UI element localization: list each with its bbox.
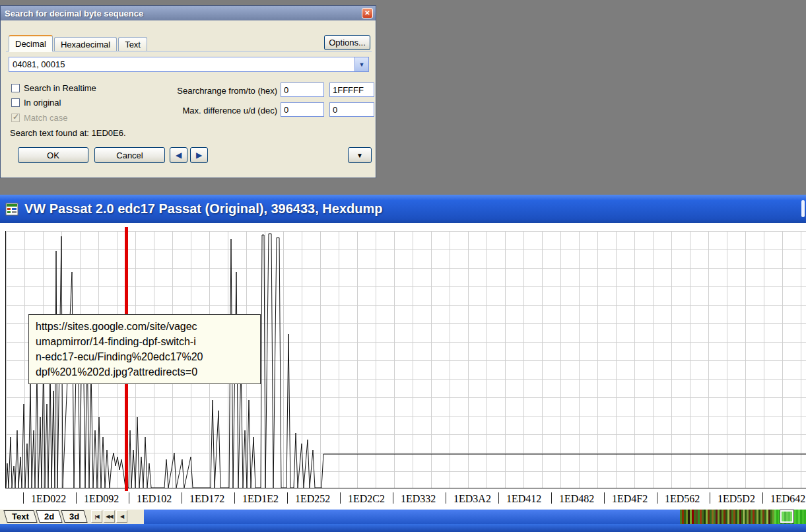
combo-dropdown-icon[interactable]: ▼ — [354, 57, 368, 71]
axis-tick — [129, 492, 129, 504]
tab-decimal[interactable]: Decimal — [9, 35, 53, 51]
axis-tick — [340, 492, 341, 504]
nav-buttons: |◀ ◀◀ ◀ — [91, 510, 127, 523]
axis-tick — [287, 492, 288, 504]
axis-tick — [446, 492, 446, 504]
tab-text[interactable]: Text — [3, 510, 37, 523]
axis-label: 1ED252 — [295, 493, 330, 505]
tab-panel-edge — [6, 51, 372, 52]
axis-label: 1ED2C2 — [348, 493, 385, 505]
axis-tick — [657, 492, 657, 504]
axis-tick — [498, 492, 499, 504]
matchcase-checkbox[interactable] — [11, 114, 20, 122]
realtime-checkbox[interactable] — [11, 84, 20, 92]
maxdiff-label: Max. difference u/d (dec) — [149, 106, 277, 116]
maxdiff-field-1[interactable] — [281, 102, 324, 117]
window-icon — [5, 203, 18, 216]
search-input[interactable] — [9, 57, 354, 71]
tab-hexadecimal-label: Hexadecimal — [61, 40, 110, 50]
find-next-button[interactable]: ▶ — [190, 147, 208, 163]
checkbox-row-matchcase: Match case — [11, 113, 67, 123]
ok-button[interactable]: OK — [18, 147, 88, 163]
axis-tick — [762, 492, 763, 504]
tab-3d[interactable]: 3d — [61, 510, 88, 523]
checkbox-row-original: In original — [11, 98, 61, 108]
original-label: In original — [24, 98, 61, 108]
axis-label: 1ED562 — [665, 493, 700, 505]
axis-label: 1ED642 — [770, 493, 805, 505]
tab-3d-label: 3d — [69, 512, 79, 521]
window-title: VW Passat 2.0 edc17 Passat (Original), 3… — [24, 201, 382, 216]
nav-prev-button[interactable]: ◀ — [116, 510, 127, 523]
chart-plot-area[interactable]: https://sites.google.com/site/vagec umap… — [5, 231, 806, 488]
axis-tick — [710, 492, 710, 504]
overview-slider[interactable] — [780, 510, 793, 523]
search-status-text: Search text found at: 1ED0E6. — [10, 128, 126, 138]
view-tabs: Text 2d 3d — [5, 510, 86, 523]
x-axis: 1ED0221ED0921ED1021ED1721ED1E21ED2521ED2… — [5, 491, 806, 508]
tab-text-label: Text — [12, 512, 29, 521]
axis-tick — [604, 492, 605, 504]
dialog-title: Search for decimal byte sequence — [5, 9, 362, 18]
axis-label: 1ED1E2 — [242, 493, 279, 505]
titlebar-button-partial[interactable] — [801, 200, 805, 217]
bottom-bar: Text 2d 3d |◀ ◀◀ ◀ — [0, 510, 806, 524]
screen: VW Passat 2.0 edc17 Passat (Original), 3… — [0, 0, 806, 532]
axis-tick — [76, 492, 77, 504]
tooltip-line: dpf%201%202d.jpg?attredirects=0 — [36, 364, 253, 380]
axis-tick — [393, 492, 393, 504]
axis-tick — [23, 492, 24, 504]
searchrange-from-field[interactable] — [281, 83, 324, 97]
options-button[interactable]: Options... — [324, 35, 370, 50]
axis-label: 1ED332 — [401, 493, 436, 505]
dialog-titlebar[interactable]: Search for decimal byte sequence ✕ — [1, 6, 376, 20]
window-titlebar[interactable]: VW Passat 2.0 edc17 Passat (Original), 3… — [0, 195, 806, 223]
tab-text-search[interactable]: Text — [118, 37, 147, 51]
axis-label: 1ED4F2 — [612, 493, 648, 505]
checkbox-row-realtime: Search in Realtime — [11, 83, 96, 93]
axis-label: 1ED5D2 — [718, 493, 755, 505]
tooltip-line: umapmirror/14-finding-dpf-switch-i — [36, 334, 253, 349]
realtime-label: Search in Realtime — [24, 83, 96, 93]
dialog-tabs: Decimal Hexadecimal Text — [9, 35, 149, 51]
searchrange-label: Searchrange from/to (hex) — [149, 86, 277, 96]
axis-tick — [234, 492, 235, 504]
tab-hexadecimal[interactable]: Hexadecimal — [54, 37, 117, 51]
tab-2d[interactable]: 2d — [36, 510, 63, 523]
cancel-button[interactable]: Cancel — [94, 147, 165, 163]
tab-text-search-label: Text — [125, 40, 141, 50]
axis-label: 1ED102 — [137, 493, 172, 505]
axis-label: 1ED022 — [31, 493, 66, 505]
axis-label: 1ED092 — [84, 493, 119, 505]
url-tooltip: https://sites.google.com/site/vagec umap… — [28, 314, 261, 384]
close-icon[interactable]: ✕ — [362, 8, 373, 18]
tab-2d-label: 2d — [44, 512, 54, 521]
find-previous-button[interactable]: ◀ — [170, 147, 187, 163]
axis-label: 1ED482 — [559, 493, 594, 505]
overview-strip[interactable] — [680, 510, 806, 524]
chart-content: https://sites.google.com/site/vagec umap… — [0, 223, 806, 510]
nav-fast-prev-button[interactable]: ◀◀ — [104, 510, 115, 523]
dropdown-button[interactable]: ▼ — [348, 147, 372, 163]
axis-tick — [182, 492, 182, 504]
axis-label: 1ED412 — [506, 493, 541, 505]
original-checkbox[interactable] — [11, 98, 20, 107]
nav-first-button[interactable]: |◀ — [91, 510, 102, 523]
search-combo: ▼ — [9, 57, 369, 72]
hexdump-window: VW Passat 2.0 edc17 Passat (Original), 3… — [0, 195, 806, 532]
tab-decimal-label: Decimal — [15, 39, 46, 49]
scrollbar-track[interactable] — [144, 510, 680, 524]
axis-label: 1ED172 — [189, 493, 224, 505]
axis-tick — [551, 492, 552, 504]
tooltip-line: n-edc17-ecu/Finding%20edc17%20 — [36, 349, 253, 364]
tooltip-line: https://sites.google.com/site/vagec — [36, 319, 253, 334]
maxdiff-field-2[interactable] — [329, 102, 374, 117]
matchcase-label: Match case — [24, 113, 67, 123]
window-bottom-frame — [0, 524, 806, 532]
searchrange-to-field[interactable] — [329, 83, 374, 97]
search-dialog: Search for decimal byte sequence ✕ Decim… — [0, 5, 376, 178]
axis-label: 1ED3A2 — [453, 493, 491, 505]
